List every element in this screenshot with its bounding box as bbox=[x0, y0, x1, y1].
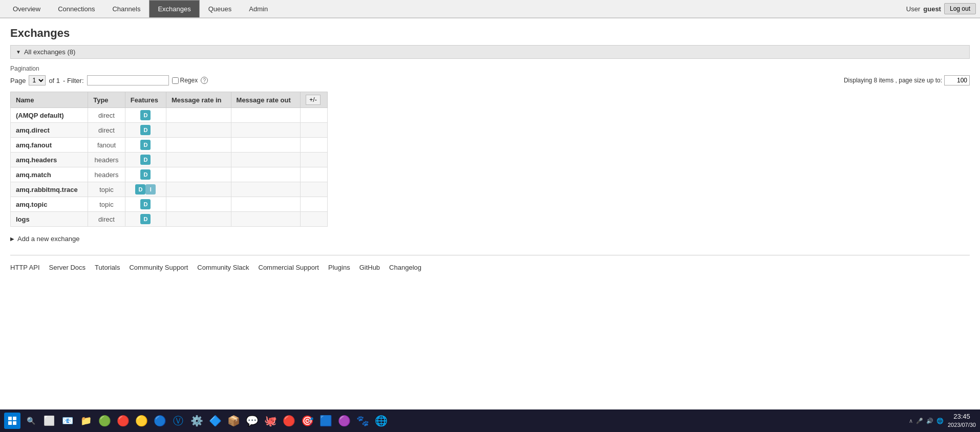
exchange-type: headers bbox=[88, 167, 125, 182]
page-size-input[interactable] bbox=[944, 75, 970, 85]
regex-help-icon[interactable]: ? bbox=[201, 77, 208, 84]
footer-link[interactable]: Commercial Support bbox=[259, 264, 319, 271]
displaying-label: Displaying 8 items , page size up to: bbox=[844, 77, 942, 84]
exchange-features: D bbox=[125, 212, 166, 227]
nav-tab-exchanges[interactable]: Exchanges bbox=[149, 0, 199, 17]
table-row: amq.topictopicD bbox=[11, 197, 328, 212]
footer-link[interactable]: Plugins bbox=[328, 264, 350, 271]
exchanges-table: Name Type Features Message rate in Messa… bbox=[10, 92, 328, 227]
footer-link[interactable]: Tutorials bbox=[95, 264, 120, 271]
exchange-type: fanout bbox=[88, 138, 125, 153]
table-row: amq.fanoutfanoutD bbox=[11, 138, 328, 153]
exchange-name[interactable]: amq.match bbox=[11, 167, 88, 182]
footer-link[interactable]: Community Support bbox=[129, 264, 188, 271]
exchange-rate-out bbox=[231, 153, 301, 167]
exchange-action bbox=[301, 108, 328, 123]
exchange-rate-in bbox=[166, 167, 231, 182]
exchange-rate-out bbox=[231, 182, 301, 197]
section-header[interactable]: ▼ All exchanges (8) bbox=[10, 45, 970, 59]
exchange-name[interactable]: amq.headers bbox=[11, 153, 88, 167]
table-row: amq.matchheadersD bbox=[11, 167, 328, 182]
nav-tab-connections[interactable]: Connections bbox=[49, 0, 103, 17]
col-header-rate-in: Message rate in bbox=[166, 92, 231, 108]
logout-button[interactable]: Log out bbox=[944, 3, 976, 14]
pagination-label: Pagination bbox=[10, 65, 970, 72]
durable-badge: D bbox=[140, 214, 151, 224]
exchange-rate-in bbox=[166, 212, 231, 227]
exchange-type: topic bbox=[88, 197, 125, 212]
displaying-info: Displaying 8 items , page size up to: bbox=[844, 75, 970, 85]
nav-tab-overview[interactable]: Overview bbox=[4, 0, 49, 17]
exchange-features: D bbox=[125, 197, 166, 212]
add-exchange-label: Add a new exchange bbox=[17, 235, 79, 243]
regex-label-text: Regex bbox=[180, 77, 198, 84]
exchange-rate-in bbox=[166, 182, 231, 197]
footer-link[interactable]: GitHub bbox=[359, 264, 380, 271]
exchange-name[interactable]: amq.topic bbox=[11, 197, 88, 212]
table-row: logsdirectD bbox=[11, 212, 328, 227]
durable-badge: D bbox=[140, 199, 151, 209]
exchange-type: headers bbox=[88, 153, 125, 167]
pagination-section: Pagination Page 1 of 1 - Filter: Regex ?… bbox=[10, 65, 970, 85]
col-header-type: Type bbox=[88, 92, 125, 108]
user-label: User bbox=[906, 5, 920, 13]
table-row: amq.headersheadersD bbox=[11, 153, 328, 167]
exchange-type: direct bbox=[88, 108, 125, 123]
exchange-name[interactable]: (AMQP default) bbox=[11, 108, 88, 123]
durable-badge: D bbox=[140, 125, 151, 135]
exchange-rate-out bbox=[231, 197, 301, 212]
exchange-name[interactable]: amq.direct bbox=[11, 123, 88, 138]
exchange-rate-in bbox=[166, 197, 231, 212]
exchange-rate-in bbox=[166, 123, 231, 138]
exchange-rate-in bbox=[166, 138, 231, 153]
col-header-plus-minus[interactable]: +/- bbox=[301, 92, 328, 108]
exchange-rate-out bbox=[231, 123, 301, 138]
section-collapse-arrow: ▼ bbox=[16, 49, 21, 55]
durable-badge: D bbox=[140, 155, 151, 165]
nav-user-area: User guest Log out bbox=[906, 0, 976, 17]
exchange-name[interactable]: logs bbox=[11, 212, 88, 227]
nav-tab-channels[interactable]: Channels bbox=[103, 0, 149, 17]
table-row: amq.directdirectD bbox=[11, 123, 328, 138]
footer-link[interactable]: Community Slack bbox=[197, 264, 249, 271]
exchange-type: direct bbox=[88, 212, 125, 227]
add-exchange-arrow: ▶ bbox=[10, 236, 14, 242]
durable-badge: D bbox=[140, 169, 151, 180]
nav-tabs: Overview Connections Channels Exchanges … bbox=[4, 0, 276, 17]
footer-link[interactable]: HTTP API bbox=[10, 264, 40, 271]
regex-checkbox[interactable] bbox=[172, 77, 179, 84]
footer-link[interactable]: Changelog bbox=[389, 264, 421, 271]
exchange-rate-out bbox=[231, 108, 301, 123]
exchange-name[interactable]: amq.fanout bbox=[11, 138, 88, 153]
exchange-action bbox=[301, 153, 328, 167]
exchange-type: direct bbox=[88, 123, 125, 138]
exchange-features: D bbox=[125, 108, 166, 123]
exchange-rate-in bbox=[166, 108, 231, 123]
plus-minus-button[interactable]: +/- bbox=[306, 95, 320, 105]
footer-links: HTTP APIServer DocsTutorialsCommunity Su… bbox=[10, 261, 970, 274]
exchange-action bbox=[301, 138, 328, 153]
page-select[interactable]: 1 bbox=[29, 75, 46, 85]
nav-tab-queues[interactable]: Queues bbox=[200, 0, 241, 17]
main-content: Exchanges ▼ All exchanges (8) Pagination… bbox=[0, 18, 980, 283]
footer-link[interactable]: Server Docs bbox=[49, 264, 86, 271]
internal-badge: I bbox=[145, 184, 156, 195]
add-exchange[interactable]: ▶ Add a new exchange bbox=[10, 233, 970, 245]
nav-tab-admin[interactable]: Admin bbox=[240, 0, 276, 17]
exchange-features: D bbox=[125, 153, 166, 167]
exchange-action bbox=[301, 167, 328, 182]
exchange-rate-out bbox=[231, 138, 301, 153]
filter-input[interactable] bbox=[87, 75, 169, 85]
col-header-features: Features bbox=[125, 92, 166, 108]
exchange-action bbox=[301, 123, 328, 138]
exchange-name[interactable]: amq.rabbitmq.trace bbox=[11, 182, 88, 197]
durable-badge: D bbox=[135, 184, 145, 195]
col-header-rate-out: Message rate out bbox=[231, 92, 301, 108]
exchange-features: D bbox=[125, 123, 166, 138]
durable-badge: D bbox=[140, 110, 151, 120]
exchange-features: DI bbox=[125, 182, 166, 197]
exchange-type: topic bbox=[88, 182, 125, 197]
regex-checkbox-label[interactable]: Regex bbox=[172, 77, 198, 84]
section-title: All exchanges (8) bbox=[24, 48, 75, 56]
col-header-name: Name bbox=[11, 92, 88, 108]
